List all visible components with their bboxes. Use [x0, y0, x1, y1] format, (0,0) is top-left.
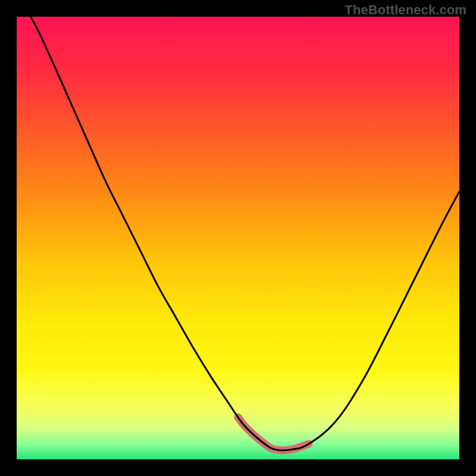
highlight-segment: [238, 417, 309, 450]
curve-layer: [17, 17, 459, 459]
bottleneck-curve: [17, 17, 459, 450]
chart-frame: TheBottleneck.com: [0, 0, 476, 476]
plot-area: [17, 17, 459, 459]
attribution-label: TheBottleneck.com: [345, 2, 466, 18]
